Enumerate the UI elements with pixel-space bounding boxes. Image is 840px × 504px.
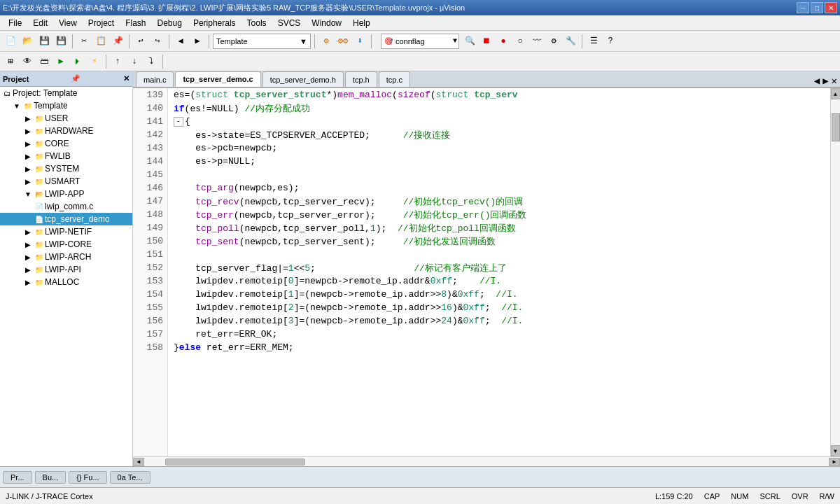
tab-tcp-h[interactable]: tcp.h	[345, 71, 377, 87]
line-num-156: 156	[133, 314, 167, 328]
tab-nav-left-icon[interactable]: ◀	[814, 75, 820, 87]
help-button[interactable]: ?	[603, 34, 618, 49]
code-content[interactable]: es=(struct tcp_server_struct*)mem_malloc…	[168, 88, 830, 456]
debug2-button[interactable]: ○	[512, 34, 528, 49]
cut-button[interactable]: ✂	[76, 34, 92, 49]
tree-lwip-netif[interactable]: ▶ 📁 LWIP-NETIF	[0, 225, 132, 238]
tree-malloc[interactable]: ▶ 📁 MALLOC	[0, 276, 132, 288]
scroll-right-button[interactable]: ▶	[829, 458, 840, 466]
scroll-thumb[interactable]	[832, 113, 840, 141]
project-close-icon[interactable]: ✕	[123, 74, 130, 83]
menu-item-edit[interactable]: Edit	[27, 17, 53, 29]
bottom-tab-te[interactable]: 0a Te...	[110, 471, 150, 484]
save-all-button[interactable]: 💾	[53, 34, 69, 49]
find-button[interactable]: 🔍	[462, 34, 477, 49]
bottom-tab-bu[interactable]: Bu...	[35, 471, 66, 484]
tab-tcp-server-demo-h[interactable]: tcp_server_demo.h	[262, 71, 344, 87]
redo-button[interactable]: ↪	[150, 34, 165, 49]
run-btn[interactable]: ⏵	[70, 54, 85, 69]
expand-icon: ▼	[22, 188, 34, 200]
menu-item-view[interactable]: View	[53, 17, 83, 29]
options-button[interactable]: ☰	[586, 34, 601, 49]
settings-button[interactable]: ⚙	[546, 34, 561, 49]
close-button[interactable]: ✕	[825, 2, 837, 13]
h-scroll-thumb[interactable]	[165, 458, 305, 465]
save-button[interactable]: 💾	[36, 34, 52, 49]
menu-item-tools[interactable]: Tools	[241, 17, 272, 29]
bottom-tab-fu[interactable]: {} Fu...	[69, 471, 106, 484]
tree-lwip-core[interactable]: ▶ 📁 LWIP-CORE	[0, 238, 132, 251]
prev-btn[interactable]: ↑	[110, 54, 125, 69]
build-button[interactable]: ⚙	[318, 34, 334, 49]
reg-btn[interactable]: ▶	[53, 54, 69, 69]
menu-item-file[interactable]: File	[3, 17, 27, 29]
tree-lwip-api[interactable]: ▶ 📁 LWIP-API	[0, 263, 132, 276]
comp-btn[interactable]: ⚡	[87, 54, 102, 69]
tab-nav-right-icon[interactable]: ▶	[822, 75, 828, 87]
maximize-button[interactable]: □	[811, 2, 823, 13]
menu-item-project[interactable]: Project	[83, 17, 120, 29]
stop-debug-button[interactable]: ⏹	[479, 34, 494, 49]
download-button[interactable]: ⬇	[352, 34, 368, 49]
scroll-up-button[interactable]: ▲	[831, 88, 841, 99]
code-line-153: lwipdev.remoteip[0]=newpcb->remote_ip.ad…	[174, 274, 830, 288]
tab-main-c[interactable]: main.c	[136, 71, 174, 87]
open-button[interactable]: 📂	[20, 34, 35, 49]
wave-button[interactable]: 〰	[529, 34, 545, 49]
toolbar: 📄 📂 💾 💾 ✂ 📋 📌 ↩ ↪ ◀ ▶ Template ▼ ⚙ ⚙⚙ ⬇ …	[0, 31, 840, 52]
tools-button[interactable]: 🔧	[563, 34, 578, 49]
toolbar-sep-4	[209, 34, 209, 48]
tab-close-icon[interactable]: ✕	[832, 75, 837, 87]
tree-system[interactable]: ▶ 📁 SYSTEM	[0, 162, 132, 175]
new-file-button[interactable]: 📄	[3, 34, 18, 49]
tree-lwip-app[interactable]: ▼ 📂 LWIP-APP	[0, 188, 132, 200]
code-line-158: }else ret_err=ERR_MEM;	[174, 341, 830, 354]
search-input[interactable]	[396, 37, 451, 46]
insert-btn[interactable]: ⊞	[3, 54, 18, 69]
copy-button[interactable]: 📋	[93, 34, 108, 49]
tree-usmart[interactable]: ▶ 📁 USMART	[0, 175, 132, 188]
target-dropdown[interactable]: Template ▼	[213, 34, 311, 49]
undo-button[interactable]: ↩	[133, 34, 148, 49]
toolbar2: ⊞ 👁 🗃 ▶ ⏵ ⚡ ↑ ↓ ⤵	[0, 52, 840, 71]
back-button[interactable]: ◀	[173, 34, 188, 49]
menu-item-peripherals[interactable]: Peripherals	[188, 17, 241, 29]
rebuild-button[interactable]: ⚙⚙	[335, 34, 351, 49]
tree-lwip-arch[interactable]: ▶ 📁 LWIP-ARCH	[0, 251, 132, 263]
search-dropdown-icon[interactable]: ▼	[451, 37, 458, 45]
tab-tcp-server-demo-c[interactable]: tcp_server_demo.c	[175, 71, 260, 87]
tree-lwip-comm[interactable]: 📄 lwip_comm.c	[0, 200, 132, 213]
horizontal-scrollbar[interactable]: ◀ ▶	[133, 456, 840, 466]
tree-root[interactable]: 🗂 Project: Template	[0, 87, 132, 99]
paste-button[interactable]: 📌	[110, 34, 125, 49]
toolbar2-sep-1	[106, 55, 106, 69]
tree-user[interactable]: ▶ 📁 USER	[0, 112, 132, 125]
forward-button[interactable]: ▶	[190, 34, 205, 49]
menu-item-debug[interactable]: Debug	[152, 17, 188, 29]
line-num-145: 145	[133, 168, 167, 181]
tree-tcp-server-demo[interactable]: 📄 tcp_server_demo	[0, 213, 132, 225]
step-btn[interactable]: ⤵	[144, 54, 159, 69]
watch-btn[interactable]: 👁	[20, 54, 35, 69]
line-num-154: 154	[133, 288, 167, 301]
menu-item-flash[interactable]: Flash	[120, 17, 151, 29]
tab-tcp-c[interactable]: tcp.c	[379, 71, 410, 87]
tree-core[interactable]: ▶ 📁 CORE	[0, 137, 132, 150]
debug-button[interactable]: ●	[496, 34, 511, 49]
scroll-down-button[interactable]: ▼	[831, 445, 841, 456]
target-name: Template	[216, 37, 300, 46]
tree-template[interactable]: ▼ 📁 Template	[0, 99, 132, 112]
menu-item-svcs[interactable]: SVCS	[272, 17, 307, 29]
vertical-scrollbar[interactable]: ▲ ▼	[830, 88, 840, 456]
menu-item-help[interactable]: Help	[347, 17, 376, 29]
mem-btn[interactable]: 🗃	[36, 54, 52, 69]
next-btn[interactable]: ↓	[127, 54, 142, 69]
tree-hardware[interactable]: ▶ 📁 HARDWARE	[0, 125, 132, 137]
collapse-marker-141[interactable]: -	[174, 117, 183, 127]
tree-fwlib[interactable]: ▶ 📁 FWLIB	[0, 150, 132, 162]
scroll-left-button[interactable]: ◀	[133, 458, 144, 466]
bottom-tab-pr[interactable]: Pr...	[3, 471, 32, 484]
project-pin-icon[interactable]: 📌	[71, 74, 80, 83]
minimize-button[interactable]: ─	[797, 2, 809, 13]
menu-item-window[interactable]: Window	[306, 17, 347, 29]
